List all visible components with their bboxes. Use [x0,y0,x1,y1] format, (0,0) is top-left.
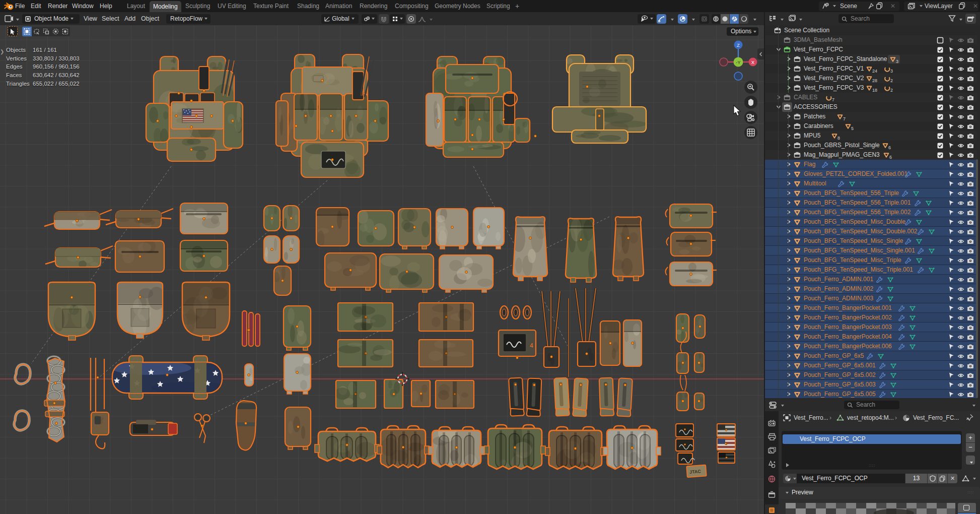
svg-text:-Y: -Y [736,60,741,65]
svg-text:X: X [751,59,755,65]
svg-text:4: 4 [530,342,533,349]
svg-text:JTAC: JTAC [689,469,702,475]
svg-text:Z: Z [737,42,740,48]
